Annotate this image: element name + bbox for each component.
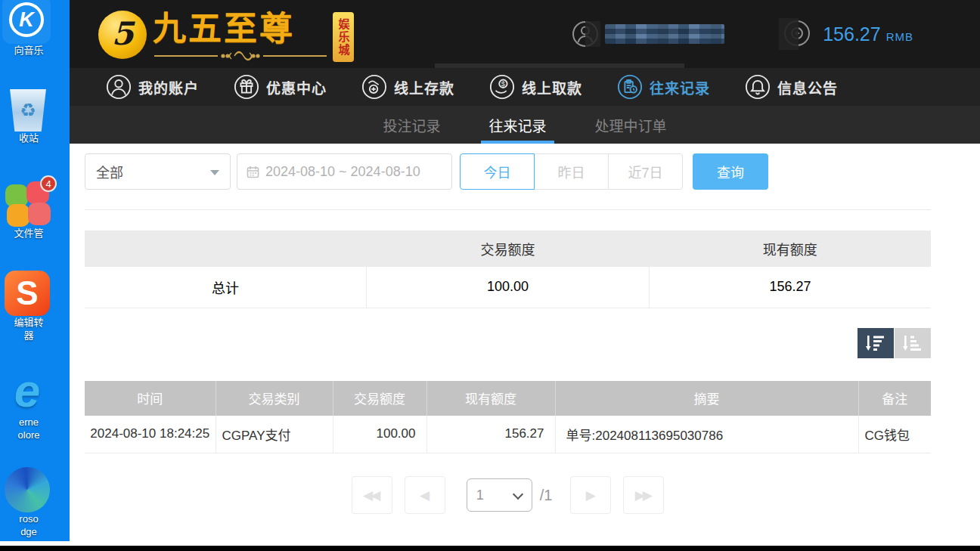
today-button[interactable]: 今日 bbox=[460, 153, 535, 190]
wallet-icon-wrap[interactable] bbox=[783, 20, 812, 48]
first-page-button[interactable]: ◀◀ bbox=[352, 476, 392, 514]
record-type: CGPAY支付 bbox=[216, 416, 333, 453]
desktop-icon-label: 向音乐 bbox=[14, 44, 43, 57]
desktop-icon-label: 编辑转 bbox=[14, 316, 43, 329]
desktop-icon-label: olore bbox=[18, 429, 40, 441]
nav-item-announcements[interactable]: 信息公告 bbox=[745, 74, 838, 100]
col-amount: 交易额度 bbox=[333, 381, 426, 416]
desktop-icon-label: 器 bbox=[23, 329, 33, 342]
logo-circle-icon: 5 bbox=[98, 11, 147, 59]
main-navigation: 我的账户 优惠中心 线上存款 $ 线上取款 往来记录 信息公告 bbox=[70, 68, 980, 106]
calendar-icon bbox=[247, 166, 259, 178]
deposit-icon bbox=[361, 74, 387, 100]
sort-controls bbox=[85, 328, 931, 358]
tab-processing-orders[interactable]: 处理中订单 bbox=[588, 106, 675, 144]
content-area: 全部 2024-08-10 ~ 2024-08-10 今日 昨日 近7日 查询 … bbox=[70, 153, 980, 514]
desktop-icon-edge[interactable]: roso dge bbox=[0, 467, 70, 538]
yesterday-button[interactable]: 昨日 bbox=[534, 153, 609, 190]
nav-item-my-account[interactable]: 我的账户 bbox=[106, 74, 199, 100]
gift-icon bbox=[234, 74, 259, 100]
internet-explorer-icon: e bbox=[3, 369, 51, 416]
logo-badge: 娱乐城 bbox=[333, 12, 354, 62]
desktop-icon-label: 收站 bbox=[19, 132, 39, 144]
tab-transaction-records[interactable]: 往来记录 bbox=[481, 106, 554, 144]
taskbar-edge[interactable] bbox=[0, 546, 980, 551]
desktop-icon-label: 文件管 bbox=[14, 227, 43, 240]
nav-item-label: 线上存款 bbox=[394, 77, 454, 98]
bell-icon bbox=[745, 74, 771, 100]
col-note: 备注 bbox=[858, 381, 931, 416]
converter-app-icon: S bbox=[5, 271, 50, 316]
records-icon bbox=[617, 74, 643, 100]
nav-item-label: 信息公告 bbox=[777, 77, 838, 98]
edge-browser-icon bbox=[5, 467, 50, 512]
summary-col-balance: 现有额度 bbox=[649, 231, 931, 267]
nav-item-label: 优惠中心 bbox=[266, 77, 327, 98]
site-header: 5 九五至尊 娱乐城 bbox=[70, 0, 980, 68]
nav-item-label: 我的账户 bbox=[138, 77, 199, 98]
page-select[interactable]: 1 bbox=[467, 478, 532, 512]
desktop-icon-file-manager[interactable]: 4 文件管 bbox=[0, 181, 70, 240]
filter-row: 全部 2024-08-10 ~ 2024-08-10 今日 昨日 近7日 查询 bbox=[85, 153, 931, 190]
tab-betting-records[interactable]: 投注记录 bbox=[375, 106, 448, 144]
logo-flourish-icon bbox=[153, 50, 328, 62]
col-summary: 摘要 bbox=[555, 381, 858, 416]
summary-total-label: 总计 bbox=[85, 267, 367, 308]
records-header-row: 时间 交易类别 交易额度 现有额度 摘要 备注 bbox=[85, 381, 931, 416]
sort-descending-button[interactable] bbox=[858, 328, 894, 358]
record-summary: 单号:202408113695030786 bbox=[555, 416, 858, 453]
summary-total-balance: 156.27 bbox=[649, 267, 931, 308]
recycle-bin-icon: ♻ bbox=[8, 89, 48, 132]
nav-item-label: 线上取款 bbox=[522, 77, 582, 98]
nav-item-promotions[interactable]: 优惠中心 bbox=[234, 74, 327, 100]
svg-text:$: $ bbox=[501, 79, 506, 88]
desktop-icon-label: erne bbox=[19, 416, 39, 429]
balance-amount[interactable]: 156.27 bbox=[823, 23, 880, 45]
record-balance: 156.27 bbox=[426, 416, 555, 453]
record-amount: 100.00 bbox=[333, 416, 426, 453]
nav-item-withdraw[interactable]: $ 线上取款 bbox=[489, 74, 582, 100]
pagination: ◀◀ ◀ 1 /1 ▶ ▶▶ bbox=[85, 476, 931, 514]
summary-header-row: 交易额度 现有额度 bbox=[85, 231, 931, 267]
desktop-icon-label: roso bbox=[19, 512, 38, 525]
summary-col-amount: 交易额度 bbox=[367, 231, 650, 267]
music-app-icon: K bbox=[2, 0, 51, 44]
casino-site-page: 5 九五至尊 娱乐城 bbox=[70, 0, 980, 546]
caret-down-icon bbox=[210, 170, 219, 175]
nav-item-records[interactable]: 往来记录 bbox=[617, 74, 710, 100]
col-time: 时间 bbox=[85, 381, 216, 416]
desktop-icon-label: dge bbox=[20, 525, 37, 538]
total-pages-label: /1 bbox=[540, 487, 553, 504]
summary-table: 交易额度 现有额度 总计 100.00 156.27 bbox=[85, 231, 931, 308]
summary-total-amount: 100.00 bbox=[367, 267, 650, 308]
summary-col-spacer bbox=[85, 231, 367, 267]
desktop-background: K 向音乐 ♻ 收站 4 文件管 S 编辑转 器 e erne olore ro… bbox=[0, 0, 70, 541]
last-page-button[interactable]: ▶▶ bbox=[623, 476, 664, 514]
prev-page-button[interactable]: ◀ bbox=[405, 476, 445, 514]
nav-item-deposit[interactable]: 线上存款 bbox=[361, 74, 454, 100]
logo-title: 九五至尊 bbox=[153, 9, 328, 48]
record-row: 2024-08-10 18:24:25 CGPAY支付 100.00 156.2… bbox=[85, 416, 931, 453]
sort-ascending-button[interactable] bbox=[895, 328, 931, 358]
search-button[interactable]: 查询 bbox=[693, 153, 768, 190]
censor-block bbox=[779, 18, 799, 50]
desktop-icon-music[interactable]: K 向音乐 bbox=[0, 0, 70, 57]
last7days-button[interactable]: 近7日 bbox=[608, 153, 683, 190]
next-page-button[interactable]: ▶ bbox=[570, 476, 611, 514]
desktop-icon-converter[interactable]: S 编辑转 器 bbox=[0, 271, 70, 342]
desktop-icon-internet-explorer[interactable]: e erne olore bbox=[0, 369, 70, 441]
nav-item-label: 往来记录 bbox=[650, 77, 710, 98]
quick-date-group: 今日 昨日 近7日 bbox=[460, 153, 683, 190]
select-value: 全部 bbox=[96, 162, 123, 181]
user-info: 156.27 RMB bbox=[572, 20, 913, 48]
site-logo[interactable]: 5 九五至尊 娱乐城 bbox=[98, 9, 354, 62]
date-range-value: 2024-08-10 ~ 2024-08-10 bbox=[265, 164, 420, 180]
update-count-badge: 4 bbox=[40, 175, 57, 192]
section-divider bbox=[85, 209, 931, 210]
summary-total-row: 总计 100.00 156.27 bbox=[85, 267, 931, 308]
censored-username[interactable] bbox=[605, 24, 724, 44]
transaction-type-select[interactable]: 全部 bbox=[85, 153, 231, 190]
balance-currency: RMB bbox=[886, 30, 913, 43]
desktop-icon-recycle-bin[interactable]: ♻ 收站 bbox=[0, 89, 70, 144]
date-range-input[interactable]: 2024-08-10 ~ 2024-08-10 bbox=[237, 153, 452, 190]
